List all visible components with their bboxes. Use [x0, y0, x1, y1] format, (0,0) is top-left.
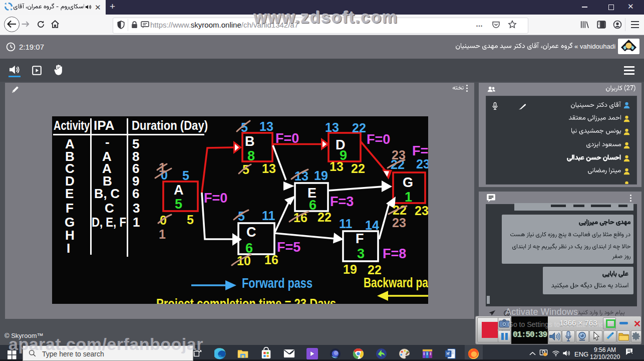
svg-text:G: G: [403, 175, 413, 190]
svg-text:Duration (Day): Duration (Day): [132, 118, 208, 133]
svg-text:E: E: [65, 186, 74, 201]
svg-text:F: F: [356, 231, 364, 246]
svg-text:22: 22: [352, 121, 366, 135]
svg-text:F=5: F=5: [277, 240, 300, 255]
svg-text:B, C: B, C: [94, 186, 120, 201]
svg-text:D, E, F: D, E, F: [92, 215, 126, 230]
svg-text:13: 13: [259, 119, 273, 133]
svg-text:5: 5: [175, 197, 182, 212]
svg-text:16: 16: [264, 253, 278, 267]
svg-text:5: 5: [182, 168, 189, 183]
svg-text:C: C: [105, 201, 114, 216]
svg-text:5: 5: [187, 213, 194, 227]
svg-text:13: 13: [262, 161, 276, 175]
svg-text:B: B: [245, 134, 255, 149]
svg-text:F=0: F=0: [204, 191, 227, 206]
svg-text:8: 8: [247, 148, 255, 163]
svg-text:23: 23: [392, 216, 406, 230]
svg-text:19: 19: [314, 168, 328, 183]
svg-text:11: 11: [339, 217, 353, 231]
svg-text:-: -: [105, 134, 110, 149]
svg-text:C: C: [246, 225, 256, 240]
svg-text:IPA: IPA: [94, 118, 115, 133]
svg-text:Forward pass: Forward pass: [242, 276, 312, 291]
svg-text:A: A: [174, 183, 184, 198]
svg-text:23: 23: [415, 204, 428, 218]
svg-text:22: 22: [317, 210, 332, 224]
svg-text:3: 3: [133, 201, 140, 216]
svg-text:F=0: F=0: [275, 131, 299, 146]
svg-text:1: 1: [133, 215, 140, 230]
svg-text:3: 3: [357, 246, 365, 261]
svg-text:14: 14: [365, 218, 379, 232]
svg-text:F=0: F=0: [367, 132, 390, 147]
svg-text:22: 22: [368, 263, 382, 277]
svg-text:F=8: F=8: [383, 246, 406, 261]
svg-text:1: 1: [405, 190, 412, 205]
svg-text:1: 1: [159, 227, 166, 241]
svg-text:F=3: F=3: [330, 194, 354, 209]
svg-text:Activity: Activity: [54, 118, 90, 133]
svg-text:I: I: [67, 241, 70, 256]
svg-text:Backward pass: Backward pass: [364, 275, 428, 290]
svg-text:19: 19: [343, 262, 357, 276]
svg-text:11: 11: [262, 209, 275, 223]
svg-text:6: 6: [309, 198, 316, 213]
svg-text:22: 22: [351, 161, 365, 175]
svg-text:Project completion time = 23 D: Project completion time = 23 Days: [156, 296, 336, 304]
svg-text:13: 13: [325, 120, 339, 134]
svg-text:F=0: F=0: [412, 143, 428, 158]
svg-text:6: 6: [132, 186, 139, 201]
svg-text:F: F: [66, 201, 74, 216]
svg-text:23: 23: [416, 157, 428, 171]
svg-text:13: 13: [330, 159, 344, 173]
